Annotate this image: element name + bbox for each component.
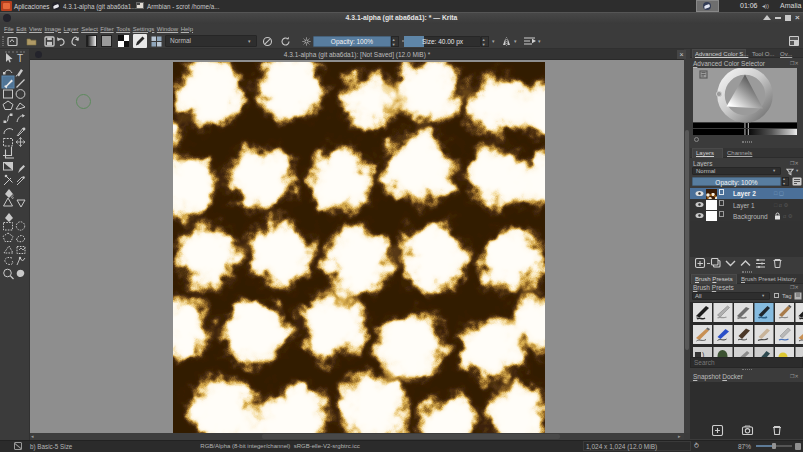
svg-text:T: T xyxy=(17,53,23,64)
